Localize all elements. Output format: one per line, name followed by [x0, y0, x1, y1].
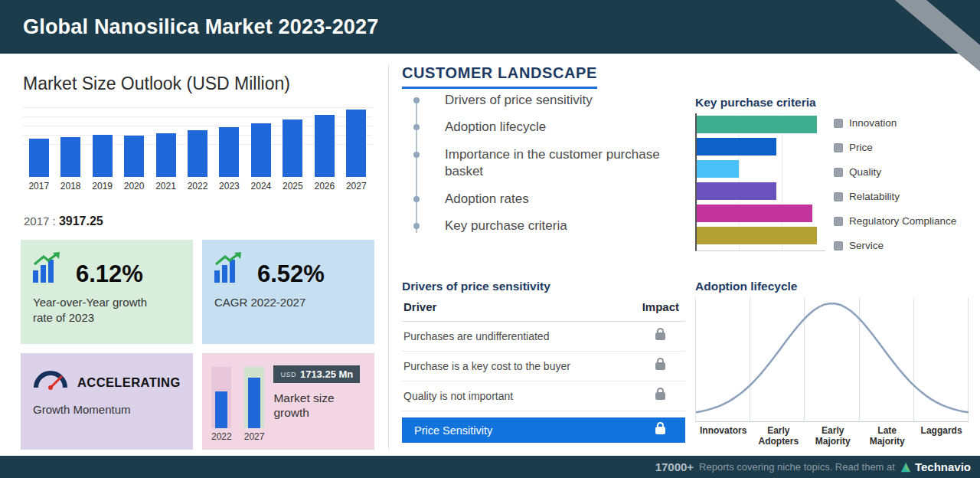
stage-label: Late Majority [860, 426, 914, 447]
cagr-value: 6.52% [257, 262, 325, 286]
growth-bars-icon [33, 252, 67, 286]
header-banner: Global Nanosilica Market 2023-2027 [0, 0, 980, 54]
lock-icon [655, 332, 665, 340]
adoption-stage-labels: InnovatorsEarly AdoptersEarly MajorityLa… [695, 426, 969, 447]
technavio-logo[interactable]: Technavio [900, 460, 971, 473]
legend-label: Price [849, 142, 873, 153]
key-purchase-criteria-title: Key purchase criteria [695, 96, 816, 110]
driver-row: Quality is not important [402, 381, 685, 411]
page-title: Global Nanosilica Market 2023-2027 [23, 15, 379, 39]
infographic-page: Global Nanosilica Market 2023-2027 Marke… [0, 0, 980, 478]
legend-marker-icon [834, 143, 843, 152]
year-label: 2023 [219, 181, 240, 192]
stage-label: Early Adopters [751, 426, 805, 447]
market-bar-2020 [124, 136, 144, 177]
lock-icon [655, 427, 665, 434]
stage-label: Early Majority [805, 426, 860, 447]
market-bar-2025 [283, 120, 302, 177]
criteria-bar-price [697, 138, 776, 156]
base-note-separator: : [53, 214, 56, 228]
year-label: 2024 [251, 181, 272, 192]
legend-item: Innovation [834, 117, 956, 129]
year-label: 2027 [346, 181, 367, 192]
technavio-logo-icon [900, 462, 911, 473]
driver-label: Purchases are undifferentiated [403, 330, 549, 342]
market-bar-column: 2017 [23, 106, 54, 192]
market-bar-column: 2018 [54, 106, 86, 192]
bell-curve [696, 298, 969, 421]
legend-item: Relatability [834, 191, 956, 202]
driver-row: Purchase is a key cost to the buyer [402, 352, 685, 381]
legend-label: Service [849, 240, 884, 251]
currency-label: USD [280, 371, 296, 378]
lock-icon [655, 362, 665, 370]
yoy-growth-label: Year-over-Year growth rate of 2023 [33, 295, 159, 325]
mini-year-label: 2027 [244, 431, 265, 442]
market-bar-column: 2025 [277, 106, 309, 192]
market-size-growth-mini-chart: 2022 2027 [211, 367, 264, 442]
legend-item: Quality [834, 166, 956, 178]
year-label: 2017 [28, 181, 49, 192]
legend-marker-icon [834, 168, 843, 177]
criteria-bar-innovation [697, 116, 817, 133]
market-bar-2021 [156, 133, 176, 177]
legend-label: Quality [849, 166, 881, 178]
kpi-cards: 6.12% Year-over-Year growth rate of 2023… [21, 240, 374, 450]
market-bar-2022 [188, 130, 207, 177]
market-bar-column: 2021 [150, 106, 181, 192]
market-bar-2024 [251, 123, 271, 177]
driver-column-header: Driver [403, 300, 436, 313]
customer-landscape-title: CUSTOMER LANDSCAPE [402, 64, 597, 89]
price-sensitivity-highlight-row: Price Sensitivity [402, 417, 685, 443]
mini-bar-2022 [215, 391, 227, 428]
market-bar-2018 [60, 137, 80, 177]
criteria-bar-regulatory-compliance [697, 205, 812, 222]
year-label: 2021 [155, 181, 176, 192]
year-label: 2022 [188, 181, 208, 192]
market-bar-2026 [315, 115, 335, 177]
adoption-lifecycle-title: Adoption lifecycle [695, 280, 798, 293]
landscape-item: Adoption rates [414, 191, 678, 208]
stage-label: Innovators [695, 426, 751, 447]
year-label: 2020 [124, 181, 145, 192]
market-bar-2027 [346, 110, 366, 177]
driver-label: Purchase is a key cost to the buyer [403, 360, 570, 372]
table-body: Purchases are undifferentiatedPurchase i… [402, 322, 685, 411]
market-size-growth-card: 2022 2027 USD 1713.25 Mn Market size gro… [202, 353, 374, 450]
legend-marker-icon [834, 192, 843, 201]
driver-row: Purchases are undifferentiated [402, 322, 685, 352]
driver-label: Quality is not important [403, 390, 513, 402]
base-year-label: 2017 [24, 214, 49, 228]
market-size-title: Market Size Outlook (USD Million) [23, 74, 290, 94]
growth-card-label: Market size growth [273, 391, 359, 421]
market-bar-column: 2023 [214, 106, 245, 192]
criteria-bar-service [697, 227, 817, 244]
footer-text: Reports covering niche topics. Read them… [699, 461, 895, 473]
customer-landscape-list: Drivers of price sensitivityAdoption lif… [414, 92, 678, 245]
report-count: 17000+ [655, 460, 694, 473]
market-bar-column: 2026 [309, 106, 340, 192]
technavio-wordmark: Technavio [915, 460, 971, 473]
key-purchase-criteria-legend: InnovationPriceQualityRelatabilityRegula… [834, 117, 956, 264]
table-header-row: Driver Impact [402, 297, 685, 322]
year-label: 2025 [283, 181, 303, 192]
growth-amount-value: 1713.25 Mn [300, 368, 353, 380]
legend-marker-icon [834, 119, 843, 128]
market-bar-2017 [29, 139, 49, 177]
landscape-item: Adoption lifecycle [414, 119, 678, 136]
yoy-growth-card: 6.12% Year-over-Year growth rate of 2023 [21, 240, 193, 344]
market-bar-column: 2024 [245, 106, 276, 192]
market-bar-column: 2019 [87, 106, 118, 192]
price-sensitivity-label: Price Sensitivity [414, 424, 492, 437]
corner-ribbon-decoration [874, 0, 980, 79]
year-label: 2019 [92, 181, 113, 192]
legend-label: Regulatory Compliance [849, 215, 956, 227]
criteria-bar-relatability [697, 182, 776, 200]
mini-year-label: 2022 [211, 431, 232, 442]
momentum-label: Growth Momentum [33, 402, 159, 417]
key-purchase-criteria-chart [695, 113, 825, 251]
landscape-item: Drivers of price sensitivity [414, 92, 678, 109]
landscape-item: Key purchase criteria [414, 218, 678, 234]
mini-chart-column: 2022 [211, 367, 232, 442]
drivers-price-sensitivity-title: Drivers of price sensitivity [402, 280, 550, 293]
